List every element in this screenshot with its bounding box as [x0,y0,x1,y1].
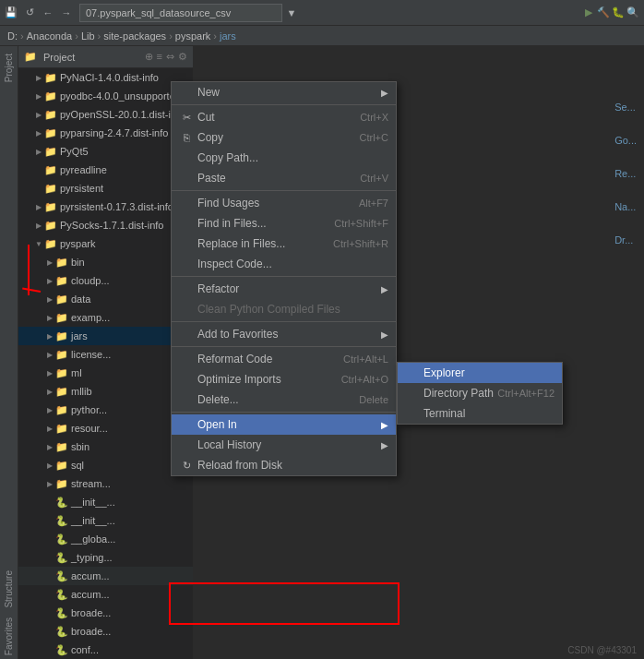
breadcrumb-anaconda[interactable]: Anaconda [27,30,73,42]
menu-item-find-usages[interactable]: Find Usages Alt+F7 [172,193,396,213]
add-icon[interactable]: ⊕ [145,51,153,63]
settings-icon[interactable]: ⚙ [178,51,187,63]
tree-item-broade1[interactable]: 🐍 broade... [18,604,193,622]
tab-structure[interactable]: Structure [2,567,16,612]
tree-item-pyspark[interactable]: ▼ 📁 pyspark [18,234,193,253]
menu-item-cut[interactable]: ✂ Cut Ctrl+X [172,107,396,127]
menu-item-new[interactable]: New ▶ [172,82,396,102]
panel-label-go[interactable]: Go... [614,135,637,146]
tree-item-ml[interactable]: ▶ 📁 ml [18,364,193,382]
tree-item-sbin[interactable]: ▶ 📁 sbin [18,437,193,456]
tree-item-init1[interactable]: 🐍 __init__... [18,493,193,511]
panel-label-na[interactable]: Na... [614,201,637,212]
sort-icon[interactable]: ≡ [157,51,162,63]
favorites-arrow: ▶ [381,330,388,340]
folder-icon-pyodbc: 📁 [44,90,57,102]
sep-4 [172,321,396,322]
build-icon[interactable]: 🔨 [596,6,611,20]
cut-label: Cut [197,111,215,124]
label-pyrsistent: pyrsistent [60,183,103,194]
arrow-pyopenssl: ▶ [33,109,44,120]
tree-item-accum2[interactable]: 🐍 accum... [18,585,193,604]
label-pythor: pythor... [71,404,107,415]
arrow-data: ▶ [44,294,55,305]
clean-label: Clean Python Compiled Files [197,303,340,316]
menu-item-copy[interactable]: ⎘ Copy Ctrl+C [172,127,396,148]
tree-item-examp[interactable]: ▶ 📁 examp... [18,308,193,327]
py-icon-broade1: 🐍 [55,606,68,619]
tree-item-resour[interactable]: ▶ 📁 resour... [18,419,193,437]
tree-item-data[interactable]: ▶ 📁 data [18,290,193,308]
py-icon-typing: 🐍 [55,551,68,564]
menu-item-refactor[interactable]: Refactor ▶ [172,279,396,299]
menu-item-optimize-imports[interactable]: Optimize Imports Ctrl+Alt+O [172,369,396,389]
search-icon[interactable]: 🔍 [626,6,640,20]
menu-item-add-to-favorites[interactable]: Add to Favorites ▶ [172,324,396,344]
tree-item-conf[interactable]: 🐍 conf... [18,641,193,659]
submenu-item-directory-path[interactable]: Directory Path Ctrl+Alt+F12 [398,383,562,403]
tree-item-accum1[interactable]: 🐍 accum... [18,567,193,585]
menu-item-find-in-files[interactable]: Find in Files... Ctrl+Shift+F [172,213,396,234]
menu-item-reload[interactable]: ↻ Reload from Disk [172,455,396,475]
label-mllib: mllib [71,386,92,397]
folder-icon-mllib: 📁 [55,385,68,398]
tree-item-broade2[interactable]: 🐍 broade... [18,622,193,641]
tree-item-bin[interactable]: ▶ 📁 bin [18,253,193,271]
tree-item-license[interactable]: ▶ 📁 license... [18,345,193,364]
sync-icon[interactable]: ⇔ [166,51,174,63]
explorer-label: Explorer [423,366,465,379]
tree-item-mllib[interactable]: ▶ 📁 mllib [18,382,193,401]
tab-favorites[interactable]: Favorites [2,614,16,659]
tree-item-pyreadline[interactable]: 📁 pyreadline [18,161,193,179]
breadcrumb-lib[interactable]: Lib [81,30,95,42]
panel-label-re[interactable]: Re... [614,168,637,179]
tree-item-stream[interactable]: ▶ 📁 stream... [18,474,193,493]
menu-item-delete[interactable]: Delete... Delete [172,389,396,410]
back-icon[interactable]: ← [41,6,55,20]
folder-icon-license: 📁 [55,348,68,361]
tree-item-pyopenssl[interactable]: ▶ 📁 pyOpenSSL-20.0.1.dist-info [18,105,193,124]
tree-item-pyqt5[interactable]: ▶ 📁 PyQt5 [18,142,193,161]
dropdown-icon[interactable]: ▼ [284,6,299,20]
run-icon[interactable]: ▶ [581,6,596,20]
tab-project[interactable]: Project [2,50,16,86]
sep-1 [172,104,396,105]
tree-item-init2[interactable]: 🐍 __init__... [18,511,193,530]
nav-input[interactable] [79,4,282,22]
tree-item-pyodbc[interactable]: ▶ 📁 pyodbc-4.0.0_unsupported.dist-info [18,87,193,105]
debug-icon[interactable]: 🐛 [611,6,626,20]
tree-item-typing[interactable]: 🐍 _typing... [18,548,193,567]
label-sql: sql [71,460,84,471]
menu-item-local-history[interactable]: Local History ▶ [172,435,396,455]
panel-label-se[interactable]: Se... [614,102,637,113]
tree-item-jars[interactable]: ▶ 📁 jars [18,327,193,345]
menu-item-replace-in-files[interactable]: Replace in Files... Ctrl+Shift+R [172,234,396,254]
forward-icon[interactable]: → [59,6,74,20]
submenu-item-terminal[interactable]: Terminal [398,403,562,424]
save-icon[interactable]: 💾 [4,6,18,20]
breadcrumb-pyspark[interactable]: pyspark [175,30,211,42]
refresh-icon[interactable]: ↺ [22,6,37,20]
menu-item-copy-path[interactable]: Copy Path... [172,148,396,168]
tree-item-pysocks[interactable]: ▶ 📁 PySocks-1.7.1.dist-info [18,216,193,234]
tree-item-pythor[interactable]: ▶ 📁 pythor... [18,401,193,419]
tree-item-pyparsing[interactable]: ▶ 📁 pyparsing-2.4.7.dist-info [18,124,193,142]
breadcrumb-jars[interactable]: jars [220,30,236,42]
menu-item-inspect-code[interactable]: Inspect Code... [172,254,396,274]
tree-item-sql[interactable]: ▶ 📁 sql [18,456,193,474]
menu-item-open-in[interactable]: Open In ▶ [172,414,396,435]
tree-item-pynacl[interactable]: ▶ 📁 PyNaCl-1.4.0.dist-info [18,68,193,87]
submenu-item-explorer[interactable]: Explorer [398,363,562,383]
tree-item-cloudp[interactable]: ▶ 📁 cloudp... [18,271,193,290]
project-folder-icon: 📁 [24,51,37,64]
menu-item-paste[interactable]: Paste Ctrl+V [172,168,396,188]
tree-item-globa[interactable]: 🐍 __globa... [18,530,193,548]
tree-item-pyrsistent-dist[interactable]: ▶ 📁 pyrsistent-0.17.3.dist-info [18,198,193,216]
menu-item-reformat[interactable]: Reformat Code Ctrl+Alt+L [172,349,396,369]
label-pyrsistent-dist: pyrsistent-0.17.3.dist-info [60,201,173,212]
tree-item-pyrsistent[interactable]: 📁 pyrsistent [18,179,193,198]
breadcrumb-d[interactable]: D: [7,30,18,42]
panel-label-dr[interactable]: Dr... [614,234,637,246]
arrow-ml: ▶ [44,367,55,378]
breadcrumb-site-packages[interactable]: site-packages [103,30,166,42]
